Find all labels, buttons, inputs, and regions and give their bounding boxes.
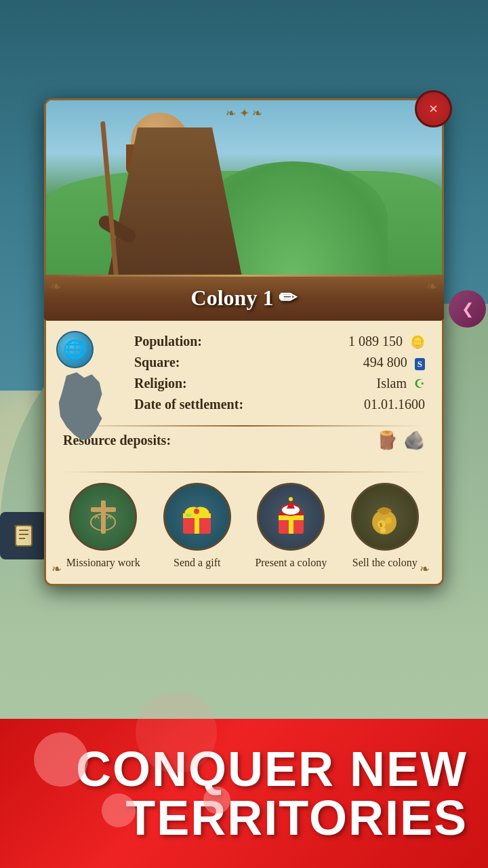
close-button[interactable]: × [415,90,452,127]
present-circle [257,483,325,551]
actions-section: Missionary work [46,476,442,584]
sparkle-3 [136,692,217,773]
banner-line2: TERRITORIES [76,793,468,842]
stone-icon: 🪨 [403,430,425,451]
population-label: Population: [134,334,202,349]
svg-rect-14 [186,514,191,517]
svg-rect-4 [101,500,106,534]
colony-silhouette-area: 🌐 [56,331,107,440]
svg-point-26 [380,528,386,533]
svg-point-23 [379,508,390,515]
present-icon [269,495,313,539]
action-gift[interactable]: Send a gift [157,483,238,570]
religion-label: Religion: [134,376,187,391]
svg-text:$: $ [380,522,382,528]
missionary-icon [81,495,125,539]
religion-value: Islam ☪ [377,376,425,391]
banner-text-block: CONQUER NEW TERRITORIES [76,745,468,842]
character-robe [100,127,249,277]
settlement-label: Date of settlement: [134,397,243,412]
religion-icon: ☪ [414,376,425,391]
svg-rect-18 [279,515,304,520]
religion-row: Religion: Islam ☪ [134,373,425,394]
square-value: 494 800 S [363,355,425,370]
square-label: Square: [134,355,180,370]
gift-label: Send a gift [174,556,220,570]
colony-shape [56,372,107,440]
action-sell[interactable]: $ Sell the colony [344,483,426,570]
gift-circle [163,483,231,551]
action-present[interactable]: Present a colony [250,483,331,570]
colony-dialog: × ❮ ❧ ✦ ❧ ❧ ❧ Colony 1 ✏ [44,98,444,586]
resource-icons: 🪵 🪨 [376,430,425,451]
promo-banner: CONQUER NEW TERRITORIES [0,719,488,868]
sparkle-4 [203,787,230,814]
present-label: Present a colony [255,556,327,570]
sell-circle: $ [351,483,419,551]
globe-icon: 🌐 [56,331,94,368]
dialog-hero-image: ❧ ✦ ❧ [46,100,442,277]
ornament-br: ❧ [420,561,436,578]
dialog-top-ornament: ❧ ✦ ❧ [226,106,262,121]
scroll-icon [10,522,37,549]
gift-icon [175,495,219,539]
wood-icon: 🪵 [376,430,398,451]
missionary-circle [69,483,137,551]
square-icon: S [415,358,425,370]
settlement-value: 01.01.1600 [364,397,425,412]
colony-title: Colony 1 ✏ [191,285,298,310]
population-value: 1 089 150 🪙 [348,334,425,349]
back-icon: ❮ [462,300,474,318]
sell-icon: $ [363,495,407,539]
ornament-tl: ❧ [47,278,64,295]
ornament-tr: ❧ [424,278,441,295]
svg-rect-5 [91,507,116,512]
svg-point-21 [289,497,293,501]
colony-info: 🌐 Population: 1 089 150 🪙 Square: 494 80… [46,321,442,422]
divider2 [63,471,425,473]
sell-label: Sell the colony [352,556,418,570]
sparkle-1 [34,732,88,787]
banner-line1: CONQUER NEW [76,745,468,793]
population-row: Population: 1 089 150 🪙 [134,331,425,352]
missionary-label: Missionary work [66,556,140,570]
left-panel-icon[interactable] [0,512,47,559]
back-button[interactable]: ❮ [449,290,486,328]
svg-point-13 [194,509,199,514]
population-icon: 🪙 [410,335,425,349]
settlement-row: Date of settlement: 01.01.1600 [134,394,425,415]
close-icon: × [429,100,439,118]
svg-point-25 [385,517,392,524]
ornament-bl: ❧ [52,561,68,578]
square-row: Square: 494 800 S [134,352,425,373]
sparkle-2 [102,793,136,827]
resource-title-row: Resource deposits: 🪵 🪨 [63,430,425,451]
action-missionary[interactable]: Missionary work [62,483,144,570]
divider [63,425,425,427]
svg-rect-0 [16,526,32,546]
title-bar: ❧ ❧ Colony 1 ✏ [44,275,444,321]
